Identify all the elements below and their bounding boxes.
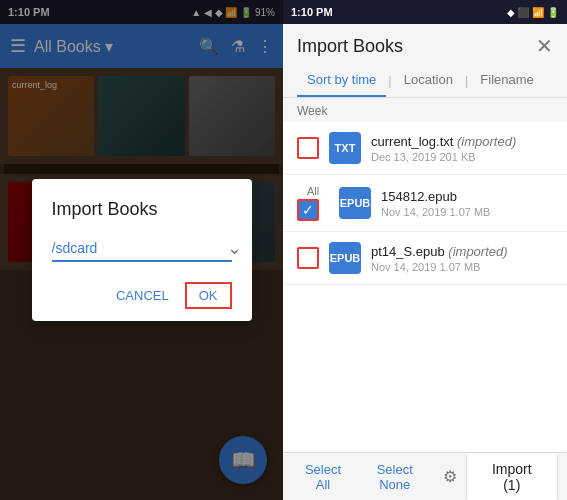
file-info-2: 154812.epub Nov 14, 2019 1.07 MB [381,189,553,218]
settings-gear-icon[interactable]: ⚙ [437,461,463,492]
file-list: TXT current_log.txt (imported) Dec 13, 2… [283,122,567,452]
dialog-overlay: Import Books ⌄ CANCEL OK [0,0,283,500]
tab-location[interactable]: Location [394,64,463,97]
file-list-item: EPUB pt14_S.epub (imported) Nov 14, 2019… [283,232,567,285]
file-type-icon-2: EPUB [339,187,371,219]
dialog-title: Import Books [52,199,232,220]
sdcard-path-input[interactable] [52,236,227,260]
right-status-time: 1:10 PM [291,6,333,18]
import-button[interactable]: Import (1) [467,453,557,501]
all-label: All [307,185,319,197]
close-icon[interactable]: ✕ [536,34,553,58]
file-checkbox-1[interactable] [297,137,319,159]
file-checkbox-3[interactable] [297,247,319,269]
bottom-bar: Select All Select None ⚙ Import (1) [283,452,567,500]
dialog-input-row: ⌄ [52,236,232,262]
right-status-icons: ◆ ⬛ 📶 🔋 [507,7,559,18]
right-panel: 1:10 PM ◆ ⬛ 📶 🔋 Import Books ✕ Sort by t… [283,0,567,500]
file-meta-2: Nov 14, 2019 1.07 MB [381,206,553,218]
tab-divider-2: | [463,64,470,97]
dialog-buttons: CANCEL OK [52,282,232,309]
right-statusbar: 1:10 PM ◆ ⬛ 📶 🔋 [283,0,567,24]
file-list-item: All EPUB 154812.epub Nov 14, 2019 1.07 M… [283,175,567,232]
file-list-item: TXT current_log.txt (imported) Dec 13, 2… [283,122,567,175]
file-type-icon-1: TXT [329,132,361,164]
right-header: Import Books ✕ [283,24,567,58]
tab-sort-by-time[interactable]: Sort by time [297,64,386,97]
tab-divider-1: | [386,64,393,97]
select-all-button[interactable]: Select All [293,456,353,498]
file-type-icon-3: EPUB [329,242,361,274]
tab-filename[interactable]: Filename [470,64,543,97]
file-info-3: pt14_S.epub (imported) Nov 14, 2019 1.07… [371,244,553,273]
ok-button[interactable]: OK [185,282,232,309]
cancel-button[interactable]: CANCEL [108,282,177,309]
dropdown-icon[interactable]: ⌄ [227,237,242,259]
file-name-1: current_log.txt (imported) [371,134,553,149]
left-panel: 1:10 PM ▲ ◀ ◆ 📶 🔋 91% ☰ All Books ▾ 🔍 ⚗ … [0,0,283,500]
file-meta-1: Dec 13, 2019 201 KB [371,151,553,163]
select-none-button[interactable]: Select None [357,456,433,498]
import-books-dialog: Import Books ⌄ CANCEL OK [32,179,252,321]
file-name-2: 154812.epub [381,189,553,204]
tab-bar: Sort by time | Location | Filename [283,64,567,98]
file-meta-3: Nov 14, 2019 1.07 MB [371,261,553,273]
file-checkbox-2[interactable] [297,199,319,221]
file-name-3: pt14_S.epub (imported) [371,244,553,259]
right-panel-title: Import Books [297,36,403,57]
file-info-1: current_log.txt (imported) Dec 13, 2019 … [371,134,553,163]
week-label: Week [283,98,567,122]
